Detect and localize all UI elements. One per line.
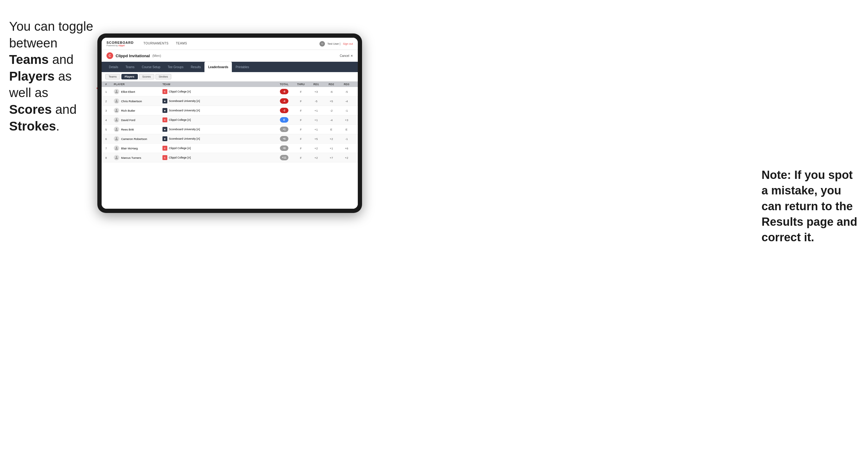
rd2-cell: -6 <box>324 90 339 93</box>
score-badge: E <box>280 117 288 123</box>
player-avatar <box>114 108 119 113</box>
rd1-cell: +1 <box>309 109 324 112</box>
team-name: Scoreboard University [A] <box>169 128 200 131</box>
team-logo-icon: C <box>162 89 167 94</box>
rd3-cell: -1 <box>339 137 354 141</box>
tab-results[interactable]: Results <box>187 62 205 72</box>
score-badge: +11 <box>280 155 288 160</box>
rank-cell: 5 <box>105 128 114 131</box>
team-cell: C Clippd College [A] <box>162 89 223 94</box>
tournament-gender: (Men) <box>152 54 161 58</box>
rd2-cell: +7 <box>324 156 339 159</box>
subtab-teams[interactable]: Teams <box>105 74 120 80</box>
left-annotation: You can toggle between Teams and Players… <box>9 18 94 134</box>
player-avatar <box>114 117 119 123</box>
note-label: Note: If you spot a mistake, you can ret… <box>762 168 857 244</box>
teams-bold: Teams <box>9 52 49 67</box>
team-cell: ■ Scoreboard University [A] <box>162 108 223 113</box>
subtab-players[interactable]: Players <box>121 74 138 80</box>
nav-teams[interactable]: TEAMS <box>172 38 191 50</box>
svg-point-7 <box>116 147 118 148</box>
table-row: 3 Rich Butler ■ Scoreboard University [A… <box>102 106 358 115</box>
team-cell: ■ Scoreboard University [A] <box>162 127 223 132</box>
total-cell: -2 <box>275 108 293 113</box>
svg-point-4 <box>116 118 118 120</box>
rd2-cell: E <box>324 128 339 131</box>
rd1-cell: +2 <box>309 156 324 159</box>
col-player: PLAYER <box>114 83 162 86</box>
tab-leaderboards[interactable]: Leaderboards <box>205 62 232 72</box>
thru-cell: F <box>293 156 309 159</box>
app-header: SCOREBOARD Powered by clippd TOURNAMENTS… <box>102 38 358 50</box>
player-cell: Cameron Robertson <box>114 136 162 142</box>
col-thru: THRU <box>293 83 309 86</box>
svg-point-6 <box>116 137 118 139</box>
tab-course-setup[interactable]: Course Setup <box>138 62 164 72</box>
header-right: U Test User | Sign out <box>319 41 353 46</box>
rd3-cell: -4 <box>339 99 354 103</box>
rd1-cell: +5 <box>309 137 324 141</box>
cancel-button[interactable]: Cancel ✕ <box>340 54 353 58</box>
player-name: David Ford <box>121 118 135 122</box>
thru-cell: F <box>293 147 309 150</box>
tab-tee-groups[interactable]: Tee Groups <box>164 62 187 72</box>
team-logo-icon: ■ <box>162 136 167 141</box>
rd1-cell: +1 <box>309 128 324 131</box>
score-badge: +6 <box>280 136 288 142</box>
scoreboard-logo: SCOREBOARD Powered by clippd <box>106 41 133 46</box>
team-name: Clippd College [A] <box>169 90 191 93</box>
col-rank: # <box>105 83 114 86</box>
rank-cell: 1 <box>105 90 114 93</box>
svg-point-5 <box>116 128 118 129</box>
close-icon: ✕ <box>350 54 353 58</box>
table-row: 5 Rees Britt ■ Scoreboard University [A]… <box>102 125 358 134</box>
thru-cell: F <box>293 109 309 112</box>
team-name: Clippd College [A] <box>169 118 191 121</box>
sign-out-link[interactable]: Sign out <box>343 42 353 45</box>
tab-printables[interactable]: Printables <box>232 62 252 72</box>
team-cell: ■ Scoreboard University [A] <box>162 136 223 141</box>
rd2-cell: +5 <box>324 99 339 103</box>
rd3-cell: +2 <box>339 156 354 159</box>
rank-cell: 3 <box>105 109 114 112</box>
rd3-cell: +3 <box>339 118 354 122</box>
subtab-strokes[interactable]: Strokes <box>155 74 172 80</box>
total-cell: +1 <box>275 127 293 132</box>
thru-cell: F <box>293 99 309 103</box>
total-cell: E <box>275 117 293 123</box>
tab-details[interactable]: Details <box>105 62 122 72</box>
rd2-cell: +1 <box>324 147 339 150</box>
table-header: # PLAYER TEAM TOTAL THRU RD1 RD2 RD3 <box>102 82 358 87</box>
thru-cell: F <box>293 118 309 122</box>
strokes-bold: Strokes <box>9 119 56 133</box>
nav-tournaments[interactable]: TOURNAMENTS <box>140 38 172 50</box>
player-avatar <box>114 89 119 94</box>
subtab-scores[interactable]: Scores <box>139 74 154 80</box>
player-rows: 1 Elliot Ebert C Clippd College [A] -8 F… <box>102 87 358 162</box>
table-row: 2 Chris Robertson ■ Scoreboard Universit… <box>102 96 358 106</box>
col-spacer <box>223 83 275 86</box>
team-name: Clippd College [A] <box>169 147 191 150</box>
team-cell: C Clippd College [A] <box>162 146 223 151</box>
score-badge: -2 <box>280 108 288 113</box>
player-avatar <box>114 146 119 151</box>
team-name: Scoreboard University [A] <box>169 109 200 112</box>
player-name: Rich Butler <box>121 109 135 112</box>
player-avatar <box>114 98 119 104</box>
tournament-title: Clippd Invitational <box>116 54 150 58</box>
tab-teams[interactable]: Teams <box>122 62 138 72</box>
total-cell: -8 <box>275 89 293 94</box>
player-avatar <box>114 127 119 132</box>
team-logo-icon: C <box>162 155 167 160</box>
cancel-label: Cancel <box>340 54 349 58</box>
player-cell: David Ford <box>114 117 162 123</box>
table-row: 7 Blair McHarg C Clippd College [A] +8 F… <box>102 144 358 153</box>
team-logo-icon: ■ <box>162 127 167 132</box>
player-name: Marcus Turners <box>121 156 141 159</box>
right-annotation: Note: If you spot a mistake, you can ret… <box>762 167 859 245</box>
player-name: Rees Britt <box>121 128 134 131</box>
player-cell: Chris Robertson <box>114 98 162 104</box>
tablet-frame: SCOREBOARD Powered by clippd TOURNAMENTS… <box>97 33 362 213</box>
col-total: TOTAL <box>275 83 293 86</box>
rd3-cell: -1 <box>339 109 354 112</box>
